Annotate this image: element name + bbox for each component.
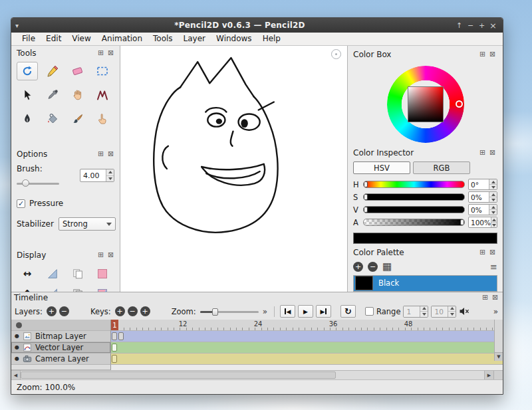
- scroll-left-button[interactable]: ◀: [11, 371, 21, 379]
- spin-up-icon[interactable]: [106, 169, 114, 176]
- menu-tools[interactable]: Tools: [148, 33, 178, 45]
- toolbar-overflow-icon[interactable]: »: [261, 307, 269, 316]
- maximize-button[interactable]: +: [476, 21, 487, 30]
- frame-ruler[interactable]: 1 12 24 36 48: [111, 320, 503, 331]
- bucket-tool-button[interactable]: [42, 110, 63, 128]
- show-invisible-lines-button[interactable]: [42, 265, 63, 282]
- add-color-button[interactable]: +: [353, 262, 363, 272]
- color-palette-float-button[interactable]: ⊞: [477, 248, 487, 257]
- timeline-vertical-scrollbar[interactable]: ▼: [494, 320, 503, 361]
- next-frame-button[interactable]: ▶: [316, 305, 331, 318]
- menu-windows[interactable]: Windows: [211, 33, 257, 45]
- shade-button[interactable]: ↑: [454, 21, 465, 30]
- stabilizer-dropdown[interactable]: Strong: [59, 217, 116, 231]
- saturation-value[interactable]: 0%: [469, 192, 489, 202]
- camera-track[interactable]: [111, 354, 503, 365]
- range-start-spinbox[interactable]: 1: [403, 306, 428, 318]
- layer-row-camera[interactable]: ● Camera Layer: [11, 354, 111, 365]
- brush-size-slider[interactable]: [17, 179, 59, 188]
- hue-slider[interactable]: [363, 181, 465, 188]
- hand-tool-button[interactable]: [67, 86, 88, 104]
- value-value[interactable]: 0%: [469, 205, 489, 215]
- value-spinbox[interactable]: 0%: [468, 204, 497, 215]
- tools-float-button[interactable]: ⊞: [96, 49, 106, 58]
- toolbar-overflow-icon[interactable]: »: [492, 307, 499, 316]
- menu-file[interactable]: File: [17, 33, 41, 45]
- timeline-zoom-slider[interactable]: [200, 307, 259, 316]
- layer-visibility-dot[interactable]: ●: [15, 345, 19, 350]
- hue-indicator[interactable]: [456, 100, 463, 108]
- canvas-rotate-widget[interactable]: [331, 49, 341, 59]
- titlebar[interactable]: ▾ *Pencil2D v0.6.3 — Pencil2D ↑ − + ×: [11, 18, 503, 33]
- scrubber[interactable]: 1: [111, 320, 118, 330]
- layer-row-bitmap[interactable]: ● Bitmap Layer: [11, 331, 111, 342]
- move-tool-button[interactable]: [17, 86, 38, 104]
- brush-tool-button[interactable]: [67, 110, 88, 128]
- brush-slider-handle[interactable]: [22, 179, 29, 187]
- color-wheel[interactable]: [387, 66, 464, 143]
- eraser-tool-button[interactable]: [67, 62, 88, 80]
- display-close-button[interactable]: ⊠: [106, 251, 116, 260]
- timeline-horizontal-scrollbar[interactable]: ◀ ▶: [11, 370, 503, 379]
- scroll-down-button[interactable]: ▼: [495, 352, 503, 361]
- spin-down-icon[interactable]: [489, 197, 497, 202]
- prev-frame-button[interactable]: ◀: [280, 305, 295, 318]
- close-button[interactable]: ×: [487, 21, 499, 31]
- color-box-close-button[interactable]: ⊠: [487, 50, 497, 59]
- window-menu-icon[interactable]: ▾: [15, 22, 26, 29]
- range-end-spinbox[interactable]: 10: [431, 306, 456, 318]
- drawing-canvas[interactable]: [120, 46, 347, 292]
- palette-menu-icon[interactable]: ≡: [490, 262, 497, 272]
- pen-tool-button[interactable]: [17, 110, 38, 128]
- bitmap-track[interactable]: [111, 331, 503, 342]
- menu-help[interactable]: Help: [257, 33, 286, 45]
- alpha-value[interactable]: 100%: [469, 217, 491, 227]
- keyframe-cell[interactable]: [118, 332, 124, 340]
- smudge-tool-button[interactable]: [92, 110, 113, 128]
- spin-up-icon[interactable]: [489, 192, 497, 197]
- saturation-spinbox[interactable]: 0%: [468, 191, 497, 203]
- toggle-all-visibility-button[interactable]: [16, 322, 22, 328]
- timeline-close-button[interactable]: ⊠: [490, 293, 500, 302]
- display-float-button[interactable]: ⊞: [96, 251, 106, 260]
- menu-view[interactable]: View: [66, 33, 96, 45]
- scroll-right-button[interactable]: ▶: [484, 371, 493, 379]
- spin-down-icon[interactable]: [106, 176, 114, 182]
- add-keyframe-button[interactable]: +: [115, 306, 125, 316]
- clear-tool-button[interactable]: [17, 62, 38, 80]
- value-slider-handle[interactable]: [364, 207, 368, 213]
- select-tool-button[interactable]: [92, 62, 113, 80]
- saturation-value-square[interactable]: [408, 86, 444, 122]
- rgb-tab[interactable]: RGB: [413, 161, 470, 174]
- spin-down-icon[interactable]: [489, 185, 497, 189]
- hsv-tab[interactable]: HSV: [353, 161, 410, 174]
- loop-button[interactable]: ↻: [340, 305, 356, 318]
- palette-item-black[interactable]: Black: [354, 276, 497, 291]
- keyframe-cell[interactable]: [112, 332, 117, 340]
- hue-slider-handle[interactable]: [364, 181, 368, 187]
- duplicate-keyframe-button[interactable]: +: [140, 306, 150, 316]
- brush-size-spinbox[interactable]: 4.00: [80, 169, 114, 182]
- brush-size-value[interactable]: 4.00: [80, 169, 106, 181]
- polyline-tool-button[interactable]: [92, 86, 113, 104]
- keyframe-cell[interactable]: [112, 355, 117, 363]
- pressure-checkbox[interactable]: ✓: [17, 199, 25, 208]
- eyedropper-tool-button[interactable]: [42, 86, 63, 104]
- range-checkbox[interactable]: [365, 307, 374, 316]
- options-close-button[interactable]: ⊠: [106, 150, 116, 159]
- hscroll-thumb[interactable]: [21, 371, 336, 379]
- color-box-float-button[interactable]: ⊞: [477, 50, 487, 59]
- value-slider[interactable]: [363, 206, 465, 213]
- timeline-float-button[interactable]: ⊞: [480, 293, 490, 302]
- options-float-button[interactable]: ⊞: [96, 150, 106, 159]
- play-button[interactable]: ▶: [298, 305, 313, 318]
- spin-up-icon[interactable]: [489, 205, 497, 210]
- layer-visibility-dot[interactable]: ●: [15, 356, 19, 361]
- menu-animation[interactable]: Animation: [96, 33, 148, 45]
- layer-visibility-dot[interactable]: ●: [15, 334, 19, 339]
- timeline-zoom-handle[interactable]: [212, 308, 218, 316]
- pencil-tool-button[interactable]: [42, 62, 63, 80]
- black-swatch[interactable]: [355, 276, 373, 290]
- spin-down-icon[interactable]: [491, 223, 497, 227]
- remove-layer-button[interactable]: −: [59, 306, 69, 316]
